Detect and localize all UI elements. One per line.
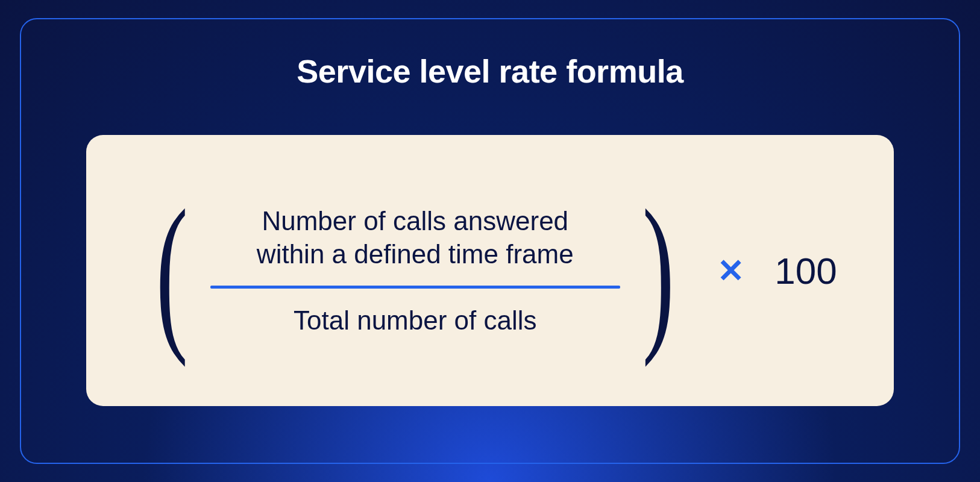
multiplier-value: 100 [774, 249, 837, 292]
left-paren-icon: ( [156, 210, 188, 332]
right-paren-icon: ) [642, 210, 674, 332]
numerator-text: Number of calls answered within a define… [257, 204, 574, 271]
numerator-line-1: Number of calls answered [262, 206, 568, 236]
multiply-icon: ✕ [717, 252, 744, 290]
fraction-group: ( Number of calls answered within a defi… [143, 204, 687, 337]
formula-card: Service level rate formula ( Number of c… [20, 18, 960, 464]
fraction: Number of calls answered within a define… [210, 204, 620, 337]
numerator-line-2: within a defined time frame [257, 239, 574, 269]
denominator-text: Total number of calls [294, 304, 537, 337]
formula-box: ( Number of calls answered within a defi… [86, 135, 894, 406]
fraction-divider [210, 286, 620, 289]
card-title: Service level rate formula [297, 52, 683, 90]
